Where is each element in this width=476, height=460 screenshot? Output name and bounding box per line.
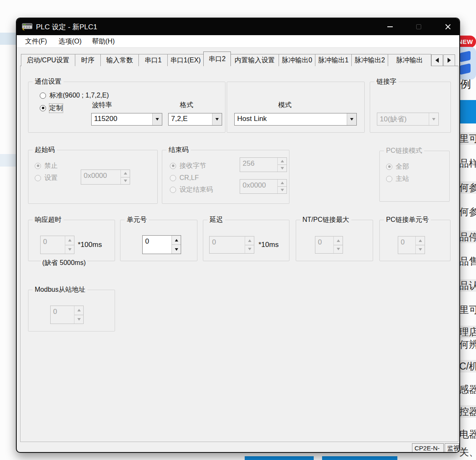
plc-settings-dialog: PLC 设定 - 新PLC1 文件(F) 选项(O) 帮助(H) 启动/CPU设… bbox=[16, 18, 460, 453]
mode-label: 模式 bbox=[278, 101, 292, 110]
radio-icon bbox=[170, 175, 176, 181]
pc-link-unit-number-spinner: 0 bbox=[398, 236, 425, 254]
menu-options[interactable]: 选项(O) bbox=[56, 35, 84, 48]
background-text-fragment: 何辨 bbox=[458, 338, 476, 351]
background-text-fragment: 电器 bbox=[458, 428, 476, 440]
end-code-received-bytes-radio: 接收字节 bbox=[170, 161, 206, 170]
background-blue-button[interactable] bbox=[458, 100, 476, 123]
tab-scroll-left-button[interactable] bbox=[431, 54, 443, 66]
tab-builtin-input[interactable]: 内置输入设置 bbox=[230, 54, 279, 66]
custom-radio[interactable]: 定制 bbox=[40, 103, 63, 113]
spin-down-icon bbox=[334, 245, 343, 254]
desktop-background: NEW 例 里可 品样 何参 何参 品停 品售 品认 里可 理店 何辨 C/机 … bbox=[0, 0, 476, 460]
tab-pulse-output-0[interactable]: 脉冲输出0 bbox=[279, 54, 315, 66]
spin-up-icon bbox=[334, 236, 343, 245]
dropdown-icon[interactable] bbox=[152, 113, 162, 125]
spin-up-icon bbox=[121, 170, 130, 177]
spin-up-icon bbox=[65, 236, 74, 245]
group-unit-number: 单元号 0 bbox=[120, 220, 197, 261]
background-text-fragment: 控器 bbox=[458, 405, 476, 418]
menu-help[interactable]: 帮助(H) bbox=[90, 35, 117, 48]
dropdown-icon[interactable] bbox=[347, 113, 356, 125]
group-title: 通信设置 bbox=[33, 77, 64, 86]
tab-startup-cpu[interactable]: 启动/CPU设置 bbox=[21, 54, 75, 66]
left-triangle-icon bbox=[435, 58, 439, 63]
tab-pulse-output-3[interactable]: 脉冲输出 bbox=[388, 54, 431, 66]
group-title: 单元号 bbox=[125, 216, 149, 224]
status-plc-mode: 监视 bbox=[445, 443, 459, 453]
tab-strip: 启动/CPU设置 时序 输入常数 串口1 串口1(EX) 串口2 内置输入设置 … bbox=[21, 51, 455, 66]
spin-down-icon[interactable] bbox=[172, 244, 181, 254]
spin-up-icon bbox=[278, 180, 287, 186]
close-button[interactable] bbox=[438, 18, 458, 35]
tab-input-constant[interactable]: 输入常数 bbox=[100, 54, 139, 66]
group-title: PC链接单元号 bbox=[384, 216, 431, 224]
menu-file[interactable]: 文件(F) bbox=[23, 35, 49, 48]
minimize-button[interactable] bbox=[380, 18, 399, 35]
group-pc-link-mode: PC链接模式 全部 主站 bbox=[379, 151, 450, 202]
spin-up-icon[interactable] bbox=[172, 236, 181, 244]
spin-down-icon bbox=[278, 186, 287, 193]
title-bar[interactable]: PLC 设定 - 新PLC1 bbox=[17, 18, 459, 35]
group-title: 链接字 bbox=[374, 77, 399, 86]
end-code-crlf-radio: CR,LF bbox=[170, 173, 199, 182]
standard-radio[interactable]: 标准(9600 ; 1,7,2,E) bbox=[40, 91, 109, 100]
nt-pc-link-max-spinner: 0 bbox=[315, 236, 343, 254]
group-start-code: 起始码 禁止 设置 0x0000 bbox=[28, 150, 158, 204]
radio-icon bbox=[386, 176, 392, 182]
spin-down-icon bbox=[121, 177, 130, 185]
dropdown-icon[interactable] bbox=[212, 113, 222, 125]
format-combobox[interactable]: 7,2,E bbox=[168, 113, 222, 126]
unit-number-spinner[interactable]: 0 bbox=[142, 235, 181, 254]
tab-timing[interactable]: 时序 bbox=[75, 54, 101, 66]
modbus-slave-address-spinner: 0 bbox=[50, 306, 84, 324]
group-communication-settings: 通信设置 标准(9600 ; 1,7,2,E) 定制 波特率 115200 格式… bbox=[28, 82, 225, 133]
tab-serial-port-2[interactable]: 串口2 bbox=[203, 51, 231, 66]
timeout-unit-label: *100ms bbox=[78, 241, 102, 249]
spin-up-icon bbox=[416, 236, 425, 245]
group-nt-pc-link-max: NT/PC链接最大 0 bbox=[296, 220, 373, 261]
end-code-bytes-spinner: 256 bbox=[240, 157, 287, 172]
background-text-fragment: 品样 bbox=[458, 157, 476, 170]
window-title: PLC 设定 - 新PLC1 bbox=[36, 22, 97, 32]
background-text-fragment: 理店 bbox=[458, 326, 476, 338]
minimize-icon bbox=[387, 26, 393, 27]
background-band bbox=[0, 154, 16, 167]
spin-down-icon bbox=[74, 315, 83, 324]
group-link-words: 链接字 10(缺省) bbox=[370, 82, 451, 133]
background-text-fragment: 里可 bbox=[458, 303, 476, 316]
response-timeout-spinner: 0 bbox=[40, 236, 74, 254]
link-words-combobox: 10(缺省) bbox=[377, 113, 439, 126]
radio-icon bbox=[386, 164, 392, 170]
radio-icon bbox=[40, 105, 46, 111]
background-text-fragment: 里可 bbox=[458, 132, 476, 145]
tab-pulse-output-1[interactable]: 脉冲输出1 bbox=[315, 54, 352, 66]
end-code-set-radio: 设定结束码 bbox=[170, 185, 213, 194]
format-label: 格式 bbox=[180, 101, 193, 110]
spin-down-icon bbox=[416, 245, 425, 254]
group-title: 延迟 bbox=[207, 216, 225, 224]
mode-combobox[interactable]: Host Link bbox=[234, 113, 357, 126]
maximize-button[interactable] bbox=[409, 18, 428, 35]
radio-icon bbox=[170, 163, 176, 169]
baud-rate-combobox[interactable]: 115200 bbox=[91, 113, 162, 126]
chevron-shape-icon bbox=[460, 51, 471, 62]
spin-down-icon bbox=[245, 245, 254, 254]
background-text-fragment: 品认 bbox=[458, 279, 476, 292]
tab-pulse-output-2[interactable]: 脉冲输出2 bbox=[351, 54, 388, 66]
tab-serial-port-1[interactable]: 串口1 bbox=[138, 54, 168, 66]
group-response-timeout: 响应超时 0 *100ms (缺省 5000ms) bbox=[28, 220, 115, 261]
tab-scroll-right-button[interactable] bbox=[443, 54, 455, 66]
background-blue-button[interactable] bbox=[245, 456, 314, 460]
baud-rate-label: 波特率 bbox=[92, 101, 112, 110]
tab-serial-port-1-ex[interactable]: 串口1(EX) bbox=[167, 54, 204, 66]
right-triangle-icon bbox=[448, 58, 451, 63]
spin-up-icon bbox=[245, 236, 254, 245]
start-code-set-radio: 设置 bbox=[35, 173, 58, 182]
delay-spinner: 0 bbox=[209, 236, 254, 254]
background-text-fragment: 品售 bbox=[458, 255, 476, 267]
background-blue-button[interactable] bbox=[322, 456, 397, 460]
group-title: 起始码 bbox=[33, 146, 57, 154]
start-code-spinner: 0x0000 bbox=[81, 170, 130, 185]
group-pc-link-unit-number: PC链接单元号 0 bbox=[379, 220, 450, 261]
